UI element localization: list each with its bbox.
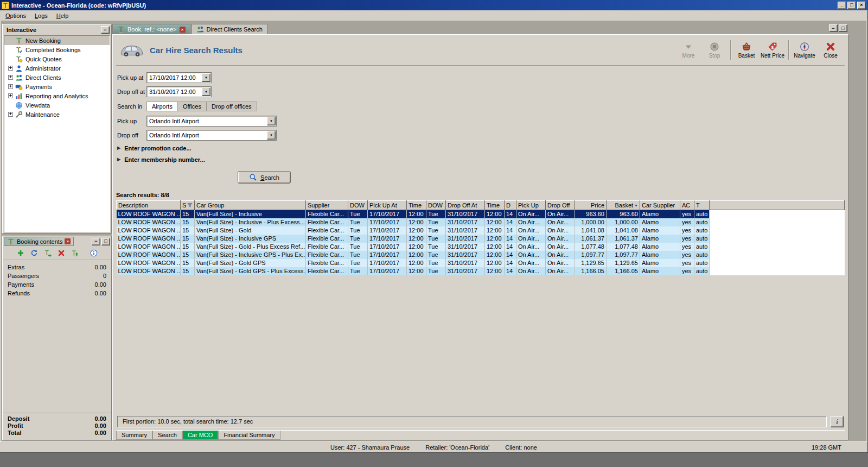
column-header-t[interactable]: T: [694, 201, 710, 210]
column-header-car-supplier[interactable]: Car Supplier: [640, 201, 680, 210]
dropoff-at-combo[interactable]: 31/10/2017 12:00 ▼: [146, 86, 212, 97]
promotion-code-expander[interactable]: ▶Enter promotion code...: [117, 142, 844, 154]
column-header-drop-off-at[interactable]: Drop Off At: [446, 201, 485, 210]
tab-label: Direct Clients Search: [207, 26, 263, 33]
filter-icon[interactable]: [187, 203, 193, 208]
panel-collapse-button[interactable]: −: [101, 26, 110, 34]
info-button[interactable]: i: [831, 416, 844, 427]
column-header-basket[interactable]: Basket▼: [607, 201, 640, 210]
cell-pick-up-at: 17/10/2017: [368, 251, 407, 259]
table-row[interactable]: LOW ROOF WAGON ...15Van(Full Size) - Gol…: [117, 226, 845, 235]
column-header-s[interactable]: S: [181, 201, 195, 210]
column-header-time[interactable]: Time: [407, 201, 426, 210]
cell-s: 15: [181, 235, 195, 243]
panel-maximize-button[interactable]: □: [839, 24, 847, 32]
transfer-out-button[interactable]: [69, 248, 80, 258]
sidebar-item-administrator[interactable]: +Administrator: [4, 64, 110, 73]
booking-minimize-button[interactable]: −: [92, 238, 100, 245]
sidebar-item-viewdata[interactable]: Viewdata: [4, 100, 110, 110]
column-header-time[interactable]: Time: [485, 201, 505, 210]
search-in-airports[interactable]: Airports: [146, 102, 178, 111]
search-button[interactable]: Search: [238, 171, 291, 184]
membership-number-expander[interactable]: ▶Enter membership number...: [117, 154, 844, 165]
info-button[interactable]: [88, 248, 99, 258]
table-row[interactable]: LOW ROOF WAGON ...15Van(Full Size) - Inc…: [117, 218, 845, 226]
panel-minimize-button[interactable]: −: [829, 24, 838, 32]
chevron-down-icon[interactable]: ▼: [202, 73, 210, 82]
column-header-label: Basket: [615, 202, 633, 209]
column-header-pick-up[interactable]: Pick Up: [516, 201, 546, 210]
cell-time: 12:00: [407, 235, 426, 243]
chevron-down-icon[interactable]: ▼: [202, 87, 210, 96]
booking-close-icon[interactable]: ×: [65, 238, 71, 244]
table-row[interactable]: LOW ROOF WAGON ...15Van(Full Size) - Inc…: [117, 235, 845, 243]
sidebar-item-direct-clients[interactable]: +Direct Clients: [4, 73, 110, 82]
dropoff-location-combo[interactable]: Orlando Intl Airport ▼: [146, 130, 277, 141]
maximize-button[interactable]: □: [847, 2, 856, 9]
expander-icon[interactable]: +: [8, 112, 13, 117]
chevron-down-icon[interactable]: ▼: [267, 131, 276, 140]
column-header-dow[interactable]: DOW: [348, 201, 368, 210]
cell-time: 12:00: [485, 210, 505, 218]
column-header-ac[interactable]: AC: [680, 201, 694, 210]
booking-maximize-button[interactable]: □: [101, 238, 110, 245]
palm-coin-icon: [15, 55, 23, 63]
bottom-tab-search[interactable]: Search: [152, 431, 182, 440]
column-header-drop-off[interactable]: Drop Off: [546, 201, 575, 210]
navigate-button[interactable]: Navigate: [792, 41, 818, 60]
column-header-description[interactable]: Description: [117, 201, 181, 210]
column-header-pick-up-at[interactable]: Pick Up At: [368, 201, 407, 210]
car-hire-panel: Car Hire Search Results MoreStopBasket$N…: [112, 34, 848, 440]
search-status: First portion: 10.0 sec, total search ti…: [117, 416, 827, 427]
booking-contents-tab[interactable]: Booking contents ×: [4, 237, 74, 246]
tab-close-icon[interactable]: ×: [180, 27, 186, 33]
sidebar-item-payments[interactable]: +Payments: [4, 82, 110, 91]
search-in-offices[interactable]: Offices: [178, 102, 207, 111]
table-row[interactable]: LOW ROOF WAGON ...15Van(Full Size) - Gol…: [117, 259, 845, 267]
cell-price: 963.60: [575, 210, 607, 218]
sidebar-item-reporting-and-analytics[interactable]: +Reporting and Analytics: [4, 91, 110, 100]
minimize-button[interactable]: _: [838, 2, 846, 9]
booking-row-label: Passengers: [8, 273, 39, 279]
table-row[interactable]: LOW ROOF WAGON ...15Van(Full Size) - Inc…: [117, 210, 845, 218]
chevron-down-icon[interactable]: ▼: [267, 117, 276, 125]
column-header-d[interactable]: D: [505, 201, 516, 210]
column-header-dow[interactable]: DOW: [426, 201, 446, 210]
bottom-tab-financial-summary[interactable]: Financial Summary: [218, 431, 280, 440]
table-row[interactable]: LOW ROOF WAGON ...15Van(Full Size) - Gol…: [117, 243, 845, 251]
tab-book-ref-none[interactable]: Book. ref.: <none>×: [112, 24, 190, 34]
sidebar-item-new-booking[interactable]: New Booking: [4, 36, 110, 45]
tools-icon: [15, 111, 23, 118]
bottom-tab-summary[interactable]: Summary: [116, 431, 152, 440]
table-row[interactable]: LOW ROOF WAGON ...15Van(Full Size) - Inc…: [117, 251, 845, 259]
sidebar-item-maintenance[interactable]: +Maintenance: [4, 110, 110, 119]
booking-row-label: Payments: [8, 281, 34, 288]
expander-icon[interactable]: +: [8, 66, 13, 71]
nett-price-button[interactable]: $Nett Price: [760, 41, 786, 60]
basket-button[interactable]: Basket: [733, 41, 760, 60]
column-header-car-group[interactable]: Car Group: [195, 201, 306, 210]
column-header-price[interactable]: Price: [575, 201, 607, 210]
sidebar-item-completed-bookings[interactable]: Completed Bookings: [4, 45, 110, 54]
bottom-tab-car-mco[interactable]: Car MCO: [182, 431, 218, 440]
table-row[interactable]: LOW ROOF WAGON ...15Van(Full Size) - Gol…: [117, 267, 845, 275]
add-button[interactable]: [15, 248, 26, 258]
column-header-supplier[interactable]: Supplier: [306, 201, 348, 210]
delete-button[interactable]: [56, 248, 67, 258]
menu-options[interactable]: Options: [1, 11, 30, 20]
sidebar-item-quick-quotes[interactable]: Quick Quotes: [4, 54, 110, 64]
menu-help[interactable]: Help: [52, 11, 73, 20]
refresh-button[interactable]: [29, 248, 40, 258]
expander-icon[interactable]: +: [8, 75, 13, 80]
cell-price: 1,129.65: [575, 259, 607, 267]
expander-icon[interactable]: +: [8, 93, 13, 98]
transfer-in-button[interactable]: [42, 248, 53, 258]
menu-logs[interactable]: Logs: [30, 11, 52, 20]
close-button[interactable]: Close: [818, 41, 844, 60]
expander-icon[interactable]: +: [8, 84, 13, 89]
pickup-at-combo[interactable]: 17/10/2017 12:00 ▼: [146, 72, 212, 83]
close-button[interactable]: ×: [857, 2, 866, 9]
tab-direct-clients-search[interactable]: Direct Clients Search: [192, 24, 267, 34]
search-in-drop-off-offices[interactable]: Drop off offices: [207, 102, 257, 111]
pickup-location-combo[interactable]: Orlando Intl Airport ▼: [146, 116, 277, 127]
